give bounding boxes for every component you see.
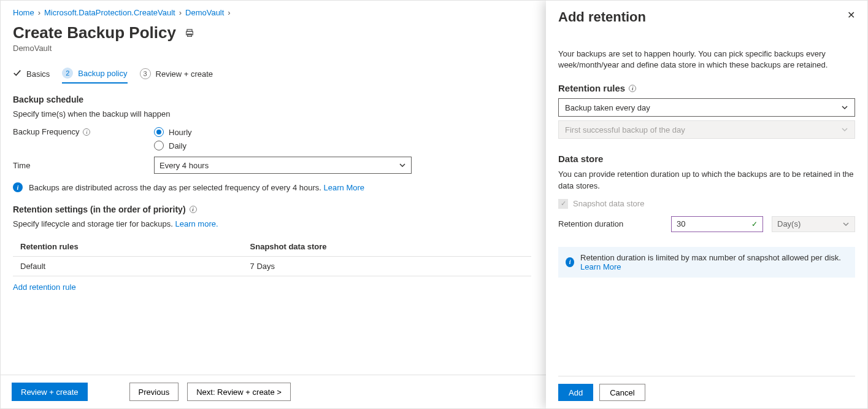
retention-rule-subselect: First successful backup of the day	[558, 120, 855, 139]
chevron-down-icon	[841, 104, 848, 111]
data-store-title: Data store	[558, 154, 855, 164]
step-number-icon: 3	[140, 68, 151, 79]
retention-rule-select[interactable]: Backup taken every day	[558, 98, 855, 117]
page-title-text: Create Backup Policy	[13, 23, 176, 42]
checkbox-icon: ✓	[558, 199, 568, 209]
step-basics[interactable]: Basics	[13, 65, 50, 83]
retention-table: Retention rules Snapshot data store Defa…	[13, 237, 531, 276]
radio-daily[interactable]: Daily	[154, 141, 192, 150]
radio-icon	[154, 127, 164, 137]
radio-hourly[interactable]: Hourly	[154, 127, 192, 137]
add-retention-panel: Add retention ✕ Your backups are set to …	[546, 1, 867, 408]
step-label: Review + create	[156, 69, 213, 79]
breadcrumb: Home › Microsoft.DataProtection.CreateVa…	[13, 8, 531, 17]
add-button[interactable]: Add	[558, 384, 593, 401]
retention-duration-input[interactable]: 30 ✓	[671, 216, 763, 232]
data-store-desc: You can provide retention duration up to…	[558, 169, 855, 191]
info-icon[interactable]: i	[190, 206, 197, 213]
info-banner: i Backups are distributed across the day…	[13, 182, 531, 192]
table-cell: 7 Days	[243, 257, 531, 276]
select-value: Day(s)	[777, 219, 801, 228]
table-header: Snapshot data store	[243, 237, 531, 257]
select-value: Every 4 hours	[159, 161, 209, 170]
snapshot-data-store-checkbox: ✓ Snapshot data store	[558, 199, 855, 209]
print-icon[interactable]	[185, 23, 194, 42]
radio-label: Hourly	[169, 128, 192, 137]
backup-schedule-desc: Specify time(s) when the backup will hap…	[13, 109, 531, 119]
backup-frequency-label: Backup Frequency i	[13, 127, 154, 136]
retention-rules-title: Retention rules i	[558, 83, 855, 93]
table-row: Default 7 Days	[13, 257, 531, 276]
info-icon: i	[13, 182, 23, 192]
chevron-right-icon: ›	[179, 8, 182, 17]
checkmark-icon	[13, 69, 21, 79]
add-retention-rule-link[interactable]: Add retention rule	[13, 282, 76, 292]
table-cell: Default	[13, 257, 243, 276]
panel-description: Your backups are set to happen hourly. Y…	[558, 49, 855, 71]
table-header: Retention rules	[13, 237, 243, 257]
chevron-down-icon	[842, 220, 850, 228]
time-label: Time	[13, 161, 154, 170]
panel-title: Add retention	[558, 9, 646, 25]
review-create-button[interactable]: Review + create	[12, 383, 88, 401]
page-subtitle: DemoVault	[13, 44, 531, 53]
checkbox-label: Snapshot data store	[573, 199, 644, 208]
learn-more-link[interactable]: Learn More	[580, 262, 621, 271]
page-title: Create Backup Policy	[13, 23, 531, 42]
step-review[interactable]: 3 Review + create	[140, 64, 213, 83]
radio-label: Daily	[169, 141, 186, 150]
learn-more-link[interactable]: Learn more.	[175, 219, 218, 228]
chevron-right-icon: ›	[38, 8, 40, 17]
info-icon: i	[566, 257, 574, 267]
step-backup-policy[interactable]: 2 Backup policy	[62, 64, 127, 84]
time-select[interactable]: Every 4 hours	[154, 157, 412, 174]
select-value: First successful backup of the day	[565, 125, 685, 134]
step-number-icon: 2	[62, 68, 73, 79]
radio-icon	[154, 141, 164, 150]
retention-settings-desc: Specify lifecycle and storage tier for b…	[13, 219, 531, 228]
input-value: 30	[677, 219, 685, 228]
info-text: Backups are distributed across the day a…	[29, 183, 321, 192]
chevron-down-icon	[841, 126, 848, 133]
panel-info-banner: i Retention duration is limited by max n…	[558, 247, 855, 278]
learn-more-link[interactable]: Learn More	[324, 183, 364, 192]
next-button[interactable]: Next: Review + create >	[187, 383, 291, 401]
previous-button[interactable]: Previous	[129, 383, 179, 401]
panel-footer: Add Cancel	[558, 376, 855, 408]
breadcrumb-item[interactable]: Microsoft.DataProtection.CreateVault	[44, 8, 175, 17]
chevron-down-icon	[399, 162, 406, 169]
info-text: Retention duration is limited by max num…	[580, 253, 841, 262]
wizard-steps: Basics 2 Backup policy 3 Review + create	[13, 64, 531, 84]
cancel-button[interactable]: Cancel	[599, 384, 645, 401]
retention-unit-select: Day(s)	[772, 216, 855, 232]
breadcrumb-home[interactable]: Home	[13, 8, 34, 17]
info-icon[interactable]: i	[629, 85, 636, 92]
step-label: Backup policy	[78, 69, 127, 78]
step-label: Basics	[26, 69, 50, 79]
chevron-right-icon: ›	[228, 8, 230, 17]
breadcrumb-item[interactable]: DemoVault	[185, 8, 224, 17]
info-icon[interactable]: i	[83, 128, 90, 136]
close-icon[interactable]: ✕	[847, 9, 855, 21]
backup-schedule-title: Backup schedule	[13, 95, 531, 104]
checkmark-icon: ✓	[751, 220, 758, 228]
retention-duration-label: Retention duration	[558, 219, 663, 228]
select-value: Backup taken every day	[565, 103, 650, 112]
retention-settings-title: Retention settings (in the order of prio…	[13, 204, 531, 214]
